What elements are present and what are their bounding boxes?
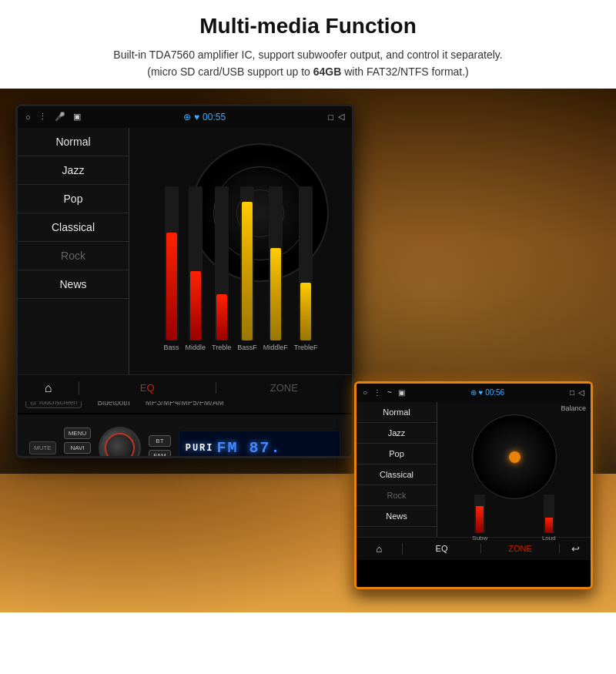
bar-fill-middle [190,271,201,340]
bar-group-bass: Bass [164,186,179,351]
bluetooth-icon: ⊕ [183,112,191,122]
heart-icon: ♥ [194,112,199,122]
nav-home-button[interactable]: ⌂ [18,381,79,395]
subtitle-text: Built-in TDA7560 amplifier IC, support s… [31,46,585,81]
small-eq-item-news[interactable]: News [357,506,437,527]
small-screen: ○ ⋮ ~ ▣ ⊕ ♥ 00:56 □ ◁ [357,384,591,587]
display-logo: PURI [186,443,214,454]
topbar-right: □ ◁ [328,112,344,122]
bar-label-middle: Middle [186,344,206,351]
bar-label-bass: Bass [164,344,179,351]
small-device: ○ ⋮ ~ ▣ ⊕ ♥ 00:56 □ ◁ [354,381,593,589]
bar-fill-middlef [270,248,281,340]
bar-label-treblef: TrebleF [294,344,318,351]
device-controls: MUTE MENU NAVI BAND BT FAM PURI FM 87. [18,413,352,458]
bar-fill-treble [216,294,227,340]
bar-track-middlef[interactable] [269,186,283,340]
bar-group-treblef: TrebleF [294,186,318,351]
small-topbar-left: ○ ⋮ ~ ▣ [363,388,405,397]
small-eq-item-rock[interactable]: Rock [357,485,437,506]
screen-topbar: ○ ⋮ 🎤 ▣ ⊕ ♥ 00:55 □ ◁ [18,106,352,128]
mic-icon: 🎤 [55,112,65,122]
bar-fill-treblef [300,283,311,340]
menu-button[interactable]: MENU [64,428,92,439]
circle-icon: ○ [25,112,31,122]
eq-menu-item-pop[interactable]: Pop [18,185,129,213]
subtitle-bold: 64GB [313,65,342,78]
bar-fill-bass [166,233,177,340]
mute-button[interactable]: MUTE [29,441,56,454]
bar-group-bassf: BassF [237,186,257,351]
small-dots-icon: ⋮ [373,388,381,397]
band-button[interactable]: BAND [64,457,92,458]
dots-icon: ⋮ [38,112,47,122]
subtitle-line2: (micro SD card/USB support up to [147,65,313,78]
eq-menu-item-jazz[interactable]: Jazz [18,156,129,185]
bar-label-bassf: BassF [237,344,257,351]
eq-menu-item-news[interactable]: News [18,270,129,299]
control-knob[interactable] [99,427,141,458]
time-display: 00:55 [203,112,226,122]
balance-label: Balance [437,402,591,414]
small-eq-content: Normal Jazz Pop Classical Rock News Bala… [357,402,591,537]
small-bar-label-loud: Loud [542,535,556,542]
eq-content: Normal Jazz Pop Classical Rock News [18,128,352,374]
eq-bars-area: Bass Middle [129,128,352,374]
screen-nav: ⌂ EQ ZONE [18,374,352,401]
bar-track-treble[interactable] [215,186,229,340]
small-eq-item-pop[interactable]: Pop [357,444,437,464]
main-device: ○ ⋮ 🎤 ▣ ⊕ ♥ 00:55 □ ◁ [15,104,354,458]
small-eq-item-classical[interactable]: Classical [357,464,437,485]
bars-container: Bass Middle [164,182,318,351]
sim-icon: ▣ [73,112,81,122]
small-back-icon: ◁ [578,388,584,397]
small-bar-fill-loud [545,518,553,533]
screen-icon: □ [328,112,333,122]
bar-track-middle[interactable] [189,186,203,340]
page-title: Multi-media Function [31,14,585,39]
small-topbar-center: ⊕ ♥ 00:56 [470,388,505,397]
back-icon: ◁ [338,112,344,122]
bar-track-treblef[interactable] [299,186,313,340]
frequency-value: FM 87. [217,439,282,457]
small-bar-subw: Subw [472,495,487,542]
nav-zone-button[interactable]: ZONE [216,382,353,394]
right-buttons: BT FAM [149,435,170,458]
small-time-display: 00:56 [485,388,504,397]
small-eq-item-normal[interactable]: Normal [357,402,437,423]
small-mic-icon: ~ [387,388,392,397]
eq-menu-item-normal[interactable]: Normal [18,128,129,156]
page-wrapper: Multi-media Function Built-in TDA7560 am… [0,0,616,674]
topbar-left: ○ ⋮ 🎤 ▣ [25,112,81,122]
eq-menu-item-rock[interactable]: Rock [18,242,129,270]
small-sim-icon: ▣ [398,388,405,397]
bar-label-middlef: MiddleF [263,344,288,351]
small-circle-area [437,414,591,499]
small-screen-topbar: ○ ⋮ ~ ▣ ⊕ ♥ 00:56 □ ◁ [357,384,591,402]
orchestra-section: ○ ⋮ 🎤 ▣ ⊕ ♥ 00:55 □ ◁ [0,89,616,612]
navi-button[interactable]: NAVI [64,442,92,454]
nav-eq-button[interactable]: EQ [79,382,216,394]
small-bluetooth-icon: ⊕ ♥ [470,388,486,397]
eq-menu-item-classical[interactable]: Classical [18,213,129,242]
bar-track-bassf[interactable] [240,186,254,340]
fam-button[interactable]: FAM [149,450,170,458]
frequency-display: PURI FM 87. [179,431,340,458]
small-bar-track-subw[interactable] [474,495,485,533]
small-eq-menu: Normal Jazz Pop Classical Rock News [357,402,437,537]
header-section: Multi-media Function Built-in TDA7560 am… [0,0,616,89]
small-nav-zone[interactable]: ZONE [481,544,560,553]
left-buttons: MENU NAVI BAND [64,428,92,458]
bar-track-bass[interactable] [165,186,179,340]
small-nav-home[interactable]: ⌂ [357,543,403,555]
subtitle-line3: with FAT32/NTFS format.) [341,65,468,78]
main-screen: ○ ⋮ 🎤 ▣ ⊕ ♥ 00:55 □ ◁ [18,106,352,391]
small-eq-item-jazz[interactable]: Jazz [357,423,437,444]
bar-fill-bassf [242,202,253,340]
bt-button[interactable]: BT [149,435,170,447]
small-bar-track-loud[interactable] [544,495,554,533]
bar-group-middle: Middle [186,186,206,351]
bar-label-treble: Treble [212,344,231,351]
small-nav-eq[interactable]: EQ [403,544,481,553]
bar-group-middlef: MiddleF [263,186,288,351]
